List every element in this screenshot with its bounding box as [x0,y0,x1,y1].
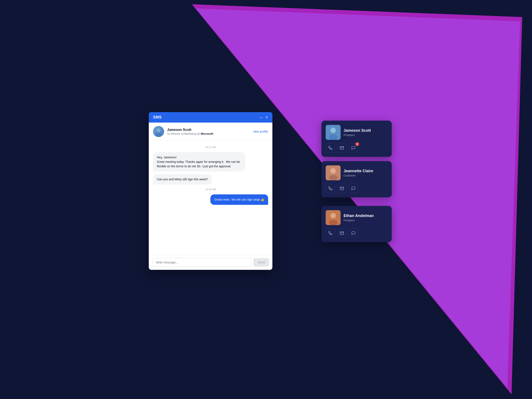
card-name-3: Ethan Andelman [344,214,374,218]
card-info-jameson: Jameson Scott Prospect [344,128,371,137]
card-name-2: Jeannette Claire [344,169,373,173]
contact-cards: Jameson Scott Prospect 1 [321,104,392,242]
sms-input-area: Send [149,255,272,270]
contact-info: Jameson Scott Sr Director of Marketing @… [167,128,250,135]
svg-point-8 [329,134,337,140]
contact-header: Jameson Scott Sr Director of Marketing @… [149,123,272,141]
message-bubble: Can you and Misty still sign this week? [153,174,212,184]
card-avatar-jameson [326,125,341,140]
contact-card-ethan: Ethan Andelman Prospect [321,206,392,242]
phone-button-1[interactable] [326,143,335,153]
view-profile-link[interactable]: view profile [253,130,268,133]
avatar [153,126,164,137]
card-actions-1: 1 [326,143,387,153]
sms-button-3[interactable] [349,228,358,238]
contact-card-jameson: Jameson Scott Prospect 1 [321,121,392,157]
card-info-jeannette: Jeannette Claire Customer [344,169,373,177]
email-button-2[interactable] [337,184,347,193]
sms-button-1[interactable]: 1 [349,143,358,153]
titlebar-controls: — ✕ [260,116,268,119]
sms-title: SMS [153,115,162,120]
svg-point-9 [331,128,336,133]
card-top: Jameson Scott Prospect [326,125,387,140]
card-name-1: Jameson Scott [344,128,371,133]
contact-subtitle: Sr Director of Marketing @ Microsoft [167,132,250,135]
time-label-2: 10:30 AM [153,188,268,191]
scene: SMS — ✕ Jameson Scott Sr Director of Mar… [149,104,383,295]
sms-titlebar: SMS — ✕ [149,112,272,123]
message-bubble: Great news. Yes we can sign asap 👍 [210,194,268,205]
svg-point-13 [329,175,337,180]
svg-point-3 [155,133,162,137]
card-role-1: Prospect [344,133,371,137]
message-bubble: Hey, Jameson! Great meeting today. Thank… [153,152,245,171]
message-input[interactable] [152,258,251,267]
card-top-2: Jeannette Claire Customer [326,165,387,180]
svg-point-4 [157,128,160,132]
minimize-button[interactable]: — [260,116,263,119]
contact-card-jeannette: Jeannette Claire Customer [321,161,392,197]
card-top-3: Ethan Andelman Prospect [326,210,387,225]
svg-point-19 [331,213,336,218]
phone-button-2[interactable] [326,184,335,193]
time-label-1: 10:12 AM [153,146,268,149]
phone-button-3[interactable] [326,228,335,238]
email-button-3[interactable] [337,228,347,238]
email-button-1[interactable] [337,143,347,153]
card-info-ethan: Ethan Andelman Prospect [344,214,374,222]
sms-button-2[interactable] [349,184,358,193]
card-role-3: Prospect [344,219,374,222]
sms-window: SMS — ✕ Jameson Scott Sr Director of Mar… [149,112,272,270]
card-actions-3 [326,228,387,238]
send-button[interactable]: Send [253,258,269,267]
card-avatar-ethan [326,210,341,225]
svg-point-14 [331,168,336,173]
close-button[interactable]: ✕ [265,116,268,119]
chat-area: 10:12 AM Hey, Jameson! Great meeting tod… [149,141,272,255]
svg-rect-5 [157,132,160,133]
card-actions-2 [326,184,387,193]
card-role-2: Customer [344,174,373,177]
contact-name: Jameson Scott [167,128,250,132]
svg-point-18 [329,220,337,225]
notification-badge-1: 1 [355,142,359,146]
card-avatar-jeannette [326,165,341,180]
